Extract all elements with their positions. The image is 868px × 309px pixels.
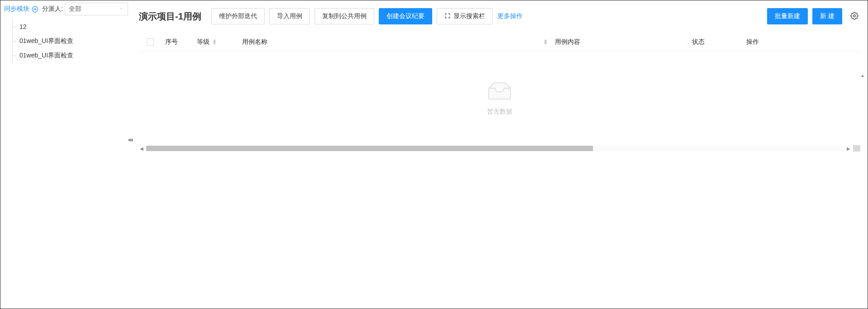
batch-new-button[interactable]: 批量新建 xyxy=(767,8,808,24)
tree-item-label: 01web_UI界面检查 xyxy=(19,37,73,45)
tree-item[interactable]: 12 xyxy=(0,19,132,34)
sort-icon[interactable]: ▲▼ xyxy=(543,39,548,45)
tree-item[interactable]: 01web_UI界面检查 xyxy=(0,34,132,48)
gear-icon[interactable] xyxy=(849,10,860,23)
sidebar-header: 同步模块 分派人: 全部 xyxy=(0,0,132,18)
col-level[interactable]: 等级 ▲▼ xyxy=(193,38,238,46)
table: 序号 等级 ▲▼ 用例名称 ▲▼ 用例内容 状态 操作 xyxy=(139,32,860,309)
main-content: 演示项目-1用例 维护外部迭代 导入用例 复制到公共用例 创建会议纪要 显示搜索… xyxy=(132,0,868,309)
page-title: 演示项目-1用例 xyxy=(139,10,201,23)
scroll-track[interactable] xyxy=(146,146,844,151)
col-op-label: 操作 xyxy=(746,38,759,46)
vertical-scrollbar[interactable]: ▲ xyxy=(860,73,866,168)
toolbar: 演示项目-1用例 维护外部迭代 导入用例 复制到公共用例 创建会议纪要 显示搜索… xyxy=(139,0,860,32)
assignee-label: 分派人: xyxy=(42,5,63,13)
plus-circle-icon[interactable] xyxy=(31,5,38,13)
sync-module-link[interactable]: 同步模块 xyxy=(4,5,29,13)
show-search-label: 显示搜索栏 xyxy=(453,12,485,20)
col-level-label: 等级 xyxy=(197,38,210,46)
col-checkbox xyxy=(139,38,162,46)
scroll-left-icon[interactable]: ◀ xyxy=(139,146,144,151)
col-seq[interactable]: 序号 xyxy=(162,38,193,46)
empty-state: 暂无数据 xyxy=(139,52,860,143)
sort-icon[interactable]: ▲▼ xyxy=(212,39,217,45)
resize-handle-icon[interactable]: ⇹ xyxy=(128,136,134,143)
assignee-select-value: 全部 xyxy=(69,5,119,13)
copy-to-public-button[interactable]: 复制到公共用例 xyxy=(315,8,374,24)
col-op: 操作 xyxy=(743,38,860,46)
scroll-up-icon[interactable]: ▲ xyxy=(860,73,866,78)
module-tree: 12 01web_UI界面检查 01web_UI界面检查 xyxy=(0,18,132,65)
more-actions-link[interactable]: 更多操作 xyxy=(497,12,523,20)
horizontal-scrollbar[interactable]: ◀ ▶ xyxy=(139,144,860,152)
svg-point-3 xyxy=(854,14,856,17)
scroll-corner xyxy=(853,145,860,152)
empty-inbox-icon xyxy=(485,79,514,103)
col-status-label: 状态 xyxy=(692,38,705,46)
scroll-right-icon[interactable]: ▶ xyxy=(846,146,851,151)
empty-text: 暂无数据 xyxy=(487,108,512,116)
expand-icon xyxy=(444,13,451,20)
tree-item-label: 12 xyxy=(19,23,27,30)
chevron-down-icon xyxy=(119,5,124,13)
import-case-button[interactable]: 导入用例 xyxy=(269,8,310,24)
show-search-button[interactable]: 显示搜索栏 xyxy=(437,8,493,24)
select-all-checkbox[interactable] xyxy=(147,38,154,46)
tree-item-label: 01web_UI界面检查 xyxy=(19,52,73,60)
col-status[interactable]: 状态 xyxy=(688,38,743,46)
col-content-label: 用例内容 xyxy=(555,38,580,46)
assignee-select[interactable]: 全部 xyxy=(65,3,128,15)
col-seq-label: 序号 xyxy=(165,38,178,46)
sidebar: 同步模块 分派人: 全部 12 01web_UI界面检查 01web_UI界面检… xyxy=(0,0,132,309)
maintain-iteration-button[interactable]: 维护外部迭代 xyxy=(211,8,265,24)
col-name-label: 用例名称 xyxy=(242,38,267,46)
col-name[interactable]: 用例名称 ▲▼ xyxy=(238,38,551,46)
col-content[interactable]: 用例内容 xyxy=(551,38,688,46)
tree-item[interactable]: 01web_UI界面检查 xyxy=(0,48,132,63)
create-meeting-button[interactable]: 创建会议纪要 xyxy=(379,8,432,24)
scroll-thumb[interactable] xyxy=(146,146,593,151)
new-button[interactable]: 新 建 xyxy=(812,8,842,24)
table-header: 序号 等级 ▲▼ 用例名称 ▲▼ 用例内容 状态 操作 xyxy=(139,32,860,52)
